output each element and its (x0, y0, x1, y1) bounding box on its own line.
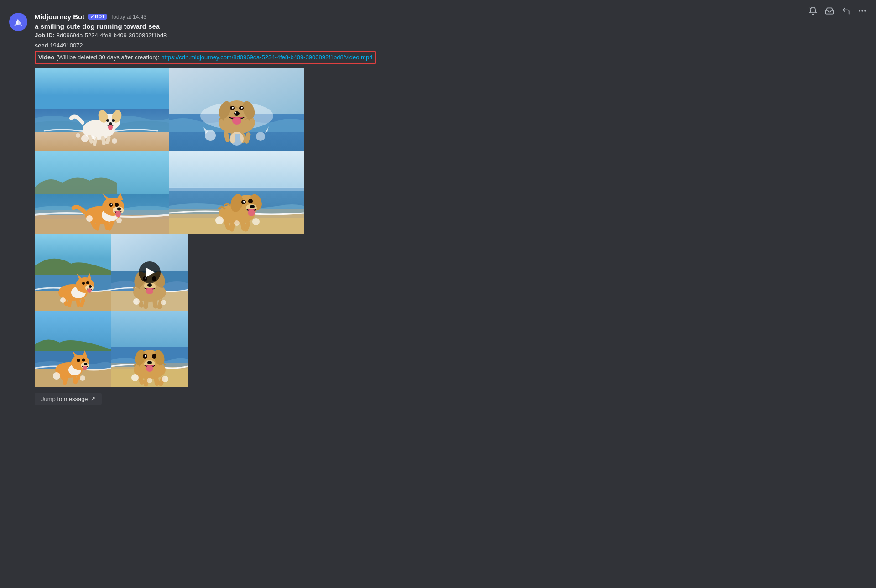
svg-point-83 (215, 216, 224, 224)
bot-check-icon: ✓ (90, 14, 94, 19)
svg-point-61 (115, 211, 121, 217)
svg-point-38 (241, 107, 243, 109)
main-content: Midjourney Bot ✓ BOT Today at 14:43 a sm… (0, 0, 411, 418)
image-cell-5[interactable] (35, 234, 111, 311)
bot-badge: ✓ BOT (88, 14, 107, 20)
timestamp: Today at 14:43 (110, 14, 146, 20)
svg-point-3 (864, 10, 866, 11)
svg-point-41 (235, 112, 236, 113)
svg-point-79 (248, 199, 253, 203)
svg-rect-5 (35, 68, 169, 114)
svg-point-2 (861, 10, 863, 11)
svg-point-98 (86, 281, 89, 284)
svg-point-21 (81, 135, 89, 142)
svg-point-133 (82, 358, 85, 361)
svg-point-80 (243, 201, 245, 203)
top-bar (799, 0, 876, 22)
svg-point-137 (80, 375, 85, 381)
image-cell-8[interactable] (111, 311, 188, 387)
jump-to-message-button[interactable]: Jump to message ↗ (35, 393, 102, 405)
svg-point-155 (146, 365, 153, 372)
svg-rect-64 (169, 151, 304, 192)
svg-point-101 (60, 297, 66, 303)
video-label: Video (38, 53, 54, 62)
svg-point-62 (86, 215, 93, 222)
job-id-label: Job ID: (35, 32, 55, 39)
reply-icon-button[interactable] (840, 5, 852, 17)
image-cell-1[interactable] (35, 68, 169, 151)
svg-point-18 (108, 120, 109, 120)
inbox-icon-button[interactable] (823, 5, 836, 17)
svg-point-23 (76, 133, 80, 138)
svg-point-154 (147, 361, 152, 364)
svg-point-1 (859, 10, 860, 11)
svg-point-39 (234, 111, 240, 116)
notifications-icon-button[interactable] (807, 5, 819, 17)
image-cell-6[interactable] (111, 234, 188, 311)
svg-point-81 (250, 205, 255, 208)
jump-button-label: Jump to message (41, 395, 88, 402)
seed-label: seed (35, 42, 48, 49)
play-triangle-icon (146, 268, 155, 277)
svg-rect-138 (111, 311, 188, 349)
image-cell-7[interactable] (35, 311, 111, 387)
play-button[interactable] (139, 261, 161, 283)
more-options-button[interactable] (856, 5, 869, 17)
message-header: Midjourney Bot ✓ BOT Today at 14:43 (35, 13, 403, 21)
username: Midjourney Bot (35, 13, 84, 21)
svg-point-59 (111, 203, 112, 205)
svg-rect-66 (169, 187, 304, 191)
svg-point-84 (252, 218, 260, 225)
svg-point-85 (234, 220, 240, 226)
image-grid (35, 68, 304, 387)
video-url-link[interactable]: https://cdn.midjourney.com/8d0969da-5234… (161, 53, 372, 62)
svg-point-43 (256, 132, 265, 141)
svg-point-60 (117, 207, 121, 210)
svg-point-153 (145, 355, 146, 357)
message-body: Midjourney Bot ✓ BOT Today at 14:43 a sm… (35, 13, 403, 405)
svg-point-20 (108, 125, 113, 130)
svg-point-158 (147, 378, 152, 383)
bottom-area (35, 234, 304, 387)
svg-point-135 (83, 366, 87, 370)
svg-point-16 (106, 119, 109, 122)
image-cell-4[interactable] (169, 151, 304, 234)
svg-point-37 (232, 107, 234, 109)
svg-point-156 (131, 374, 139, 381)
job-id-value: 8d0969da-5234-4fe8-b409-3900892f1bd8 (57, 32, 167, 39)
svg-point-58 (115, 203, 119, 207)
svg-point-44 (230, 132, 244, 146)
image-cell-2[interactable] (169, 68, 304, 151)
video-line: Video (Will be deleted 30 days after cre… (35, 51, 376, 64)
svg-point-157 (162, 376, 168, 382)
job-id-line: Job ID: 8d0969da-5234-4fe8-b409-3900892f… (35, 31, 403, 40)
svg-line-0 (810, 8, 811, 9)
svg-point-99 (89, 285, 92, 288)
play-button-overlay[interactable] (111, 234, 188, 311)
message-description: a smiling cute dog running toward sea (35, 22, 403, 30)
seed-line: seed 1944910072 (35, 41, 403, 50)
svg-point-63 (116, 218, 122, 223)
avatar (9, 13, 27, 31)
svg-point-100 (87, 288, 92, 293)
bottom-grid (35, 234, 188, 387)
seed-value: 1944910072 (50, 42, 83, 49)
svg-point-22 (112, 138, 117, 144)
image-row-middle (35, 151, 304, 234)
svg-point-40 (232, 117, 241, 125)
svg-point-136 (53, 372, 60, 380)
svg-point-132 (77, 359, 80, 362)
message-container: Midjourney Bot ✓ BOT Today at 14:43 a sm… (9, 9, 403, 409)
image-cell-3[interactable] (35, 151, 169, 234)
svg-point-152 (152, 354, 156, 359)
image-row-top (35, 68, 304, 151)
svg-point-17 (112, 119, 115, 122)
svg-point-82 (248, 209, 255, 216)
svg-point-97 (82, 282, 85, 285)
external-link-icon: ↗ (91, 395, 95, 402)
video-note: (Will be deleted 30 days after creation)… (56, 53, 159, 62)
svg-point-134 (84, 363, 88, 365)
